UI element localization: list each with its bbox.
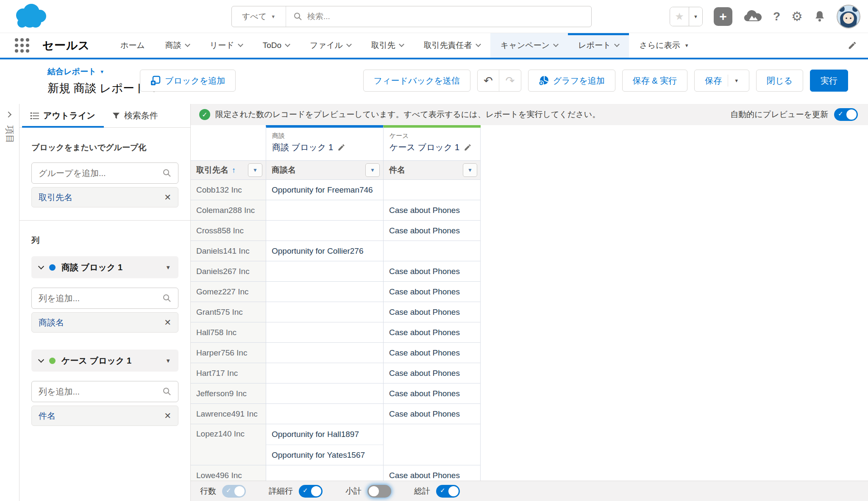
remove-icon[interactable]: ✕ [164,318,171,327]
app-launcher-icon[interactable] [14,37,31,54]
account-group-cell: Daniels141 Inc [191,241,266,261]
joined-report-table: 商談 商談 ブロック 1 ケース ケース ブロック 1 [191,125,481,481]
search-scope-selector[interactable]: すべて ▼ [232,6,286,27]
tab-filters[interactable]: 検索条件 [104,104,167,127]
add-column-input-block1[interactable] [39,294,159,303]
opportunity-subrow: Opportunity for Hall1897 [266,424,383,445]
send-feedback-button[interactable]: フィードバックを送信 [363,70,470,92]
grand-total-toggle[interactable]: ✓ [436,485,460,498]
add-column-input-block2[interactable] [39,387,159,397]
table-row: Daniels267 IncCase about Phones [191,261,480,282]
row-count-toggle[interactable]: ✓ [222,485,246,498]
app-name: セールス [42,38,90,53]
fields-strip-label: 項目 [4,126,16,143]
opportunity-block-header[interactable]: 商談 ブロック 1 ▼ [31,256,178,278]
account-group-cell: Harper756 Inc [191,343,266,363]
divider [19,220,190,221]
account-group-cell: Hall758 Inc [191,322,266,342]
column-header-opportunity[interactable]: 商談名 ▼ [266,161,383,179]
tab-home[interactable]: ホーム [110,33,155,58]
triangle-down-icon: ▼ [100,69,104,74]
close-button[interactable]: 閉じる [756,70,803,92]
nav-edit-pencil-icon[interactable] [848,41,857,50]
case-block-header[interactable]: ケース ブロック 1 ▼ [31,350,178,372]
add-group-input[interactable] [39,168,159,178]
report-header: 結合レポート ▼ 新規 商談 レポート ブロックを追加 フィードバックを送 [0,61,868,104]
tab-files[interactable]: ファイル [300,33,361,58]
group-across-blocks-heading: ブロックをまたいでグループ化 [31,142,178,153]
column-header-subject[interactable]: 件名 ▼ [383,161,481,179]
case-cell: Case about Phones [383,383,480,403]
redo-icon[interactable]: ↷ [499,70,521,91]
column-menu-button[interactable]: ▼ [248,163,262,177]
tab-leads[interactable]: リード [200,33,253,58]
tab-accounts[interactable]: 取引先 [361,33,414,58]
block-menu-icon[interactable]: ▼ [165,358,171,364]
preview-footer: 行数 ✓ 詳細行 ✓ 小計 総計 ✓ [191,481,868,501]
chevron-down-icon [38,356,44,362]
remove-icon[interactable]: ✕ [164,193,171,202]
tab-outline[interactable]: アウトライン [22,104,104,127]
column-pill-opportunity-name[interactable]: 商談名 ✕ [31,312,178,333]
block-color-dot [49,264,56,271]
tab-campaigns[interactable]: キャンペーン [490,33,568,58]
add-chart-button[interactable]: グラフを追加 [528,70,615,92]
user-avatar[interactable] [837,5,860,28]
search-input[interactable] [307,12,584,21]
add-block-icon [150,76,161,86]
group-pill-account-name[interactable]: 取引先名 ✕ [31,187,178,207]
column-menu-button[interactable]: ▼ [463,163,477,177]
tab-opportunities[interactable]: 商談 [155,33,200,58]
account-group-cell: Lopez140 Inc [191,424,266,465]
table-row: Coleman288 IncCase about Phones [191,200,480,221]
tab-contacts[interactable]: 取引先責任者 [414,33,490,58]
opportunity-cell [266,261,383,281]
setup-gear-icon[interactable]: ⚙ [791,10,803,23]
search-icon [163,294,171,302]
favorites-dropdown[interactable]: ▼ [689,7,702,26]
account-group-cell: Grant575 Inc [191,302,266,322]
search-icon [163,169,171,177]
case-cell: Case about Phones [383,322,480,342]
undo-icon[interactable]: ↶ [478,70,499,91]
divider [728,75,728,87]
account-group-cell: Coleman288 Inc [191,200,266,220]
sort-asc-icon: ↑ [232,166,236,175]
app-nav-bar: セールス ホーム 商談 リード ToDo ファイル 取引先 取引先責任者 キャン… [0,33,868,59]
auto-update-toggle[interactable]: ✓ [834,108,858,121]
case-cell: Case about Phones [383,343,480,363]
triangle-down-icon: ▼ [684,43,689,48]
favorites-control[interactable]: ★ ▼ [670,7,703,26]
help-icon[interactable]: ? [773,10,780,23]
column-menu-button[interactable]: ▼ [365,163,380,177]
block-menu-icon[interactable]: ▼ [165,264,171,271]
tab-more[interactable]: さらに表示▼ [629,33,699,58]
tab-reports[interactable]: レポート [568,33,629,58]
run-button[interactable]: 実行 [810,70,848,92]
star-icon[interactable]: ★ [670,7,689,26]
tab-tasks[interactable]: ToDo [253,33,300,58]
save-and-run-button[interactable]: 保存 & 実行 [622,70,687,92]
table-row: Hall758 IncCase about Phones [191,322,480,343]
column-header-account[interactable]: 取引先名 ↑ ▼ [191,161,266,179]
column-pill-subject[interactable]: 件名 ✕ [31,406,178,426]
edit-block-name-pencil-icon[interactable] [337,143,345,151]
case-cell: Case about Phones [383,465,480,481]
pie-chart-icon [539,76,549,86]
quick-create-button[interactable]: + [714,7,732,26]
subtotals-toggle[interactable] [367,485,391,498]
row-count-toggle-group: 行数 ✓ [200,485,246,498]
detail-rows-toggle[interactable]: ✓ [299,485,323,498]
preview-banner: ✓ 限定された数のレコードをプレビューしています。すべて表示するには、レポートを… [191,104,868,125]
expand-fields-chevron-icon[interactable] [6,112,11,118]
remove-icon[interactable]: ✕ [164,411,171,420]
add-block-button[interactable]: ブロックを追加 [140,70,236,92]
opportunity-cell [266,363,383,383]
trailhead-icon[interactable] [743,9,762,24]
notifications-bell-icon[interactable] [814,10,826,23]
table-row: Gomez227 IncCase about Phones [191,282,480,302]
save-dropdown-button[interactable]: 保存 ▼ [694,70,749,92]
edit-block-name-pencil-icon[interactable] [464,143,472,151]
table-row: Daniels141 IncOpportunity for Collier276 [191,241,480,261]
table-row: Hart717 IncCase about Phones [191,363,480,383]
